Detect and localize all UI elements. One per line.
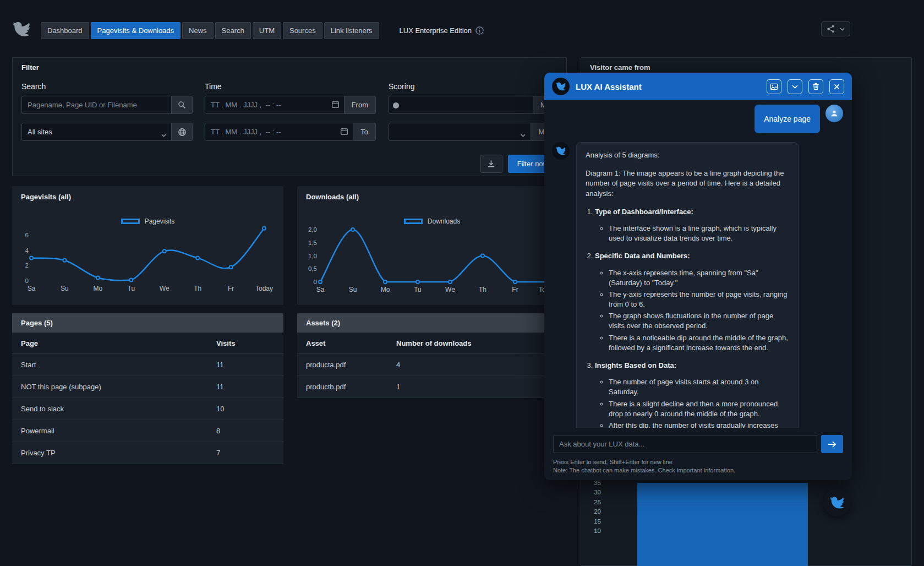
ai-assistant-title: LUX AI Assistant xyxy=(576,82,761,91)
chevron-down-icon xyxy=(161,130,166,139)
download-csv-button[interactable] xyxy=(480,155,502,173)
svg-text:Su: Su xyxy=(349,286,357,293)
chat-input[interactable] xyxy=(553,435,817,453)
tab-dashboard[interactable]: Dashboard xyxy=(41,22,89,39)
screenshot-icon xyxy=(770,83,778,91)
globe-icon xyxy=(178,128,187,137)
trash-icon xyxy=(812,83,819,90)
legend-label: Downloads xyxy=(428,217,460,225)
edition-label: LUX Enterprise Edition xyxy=(400,26,484,35)
page-cell: Privacy TP xyxy=(12,442,216,464)
bar-chart-ytick: 20 xyxy=(586,508,601,515)
bar-chart-ytick: 10 xyxy=(586,527,601,534)
tab-sources[interactable]: Sources xyxy=(283,22,322,39)
info-icon[interactable] xyxy=(475,26,484,35)
scoring-min-slider[interactable] xyxy=(389,96,533,114)
ai-assistant-header: LUX AI Assistant xyxy=(544,73,852,100)
column-header: Page xyxy=(12,333,216,353)
table-row[interactable]: Start 11 xyxy=(12,354,283,376)
message-bullet: The number of page visits starts at arou… xyxy=(609,377,789,397)
site-select[interactable]: All sites xyxy=(21,123,172,141)
svg-text:Tu: Tu xyxy=(414,286,422,293)
svg-text:6: 6 xyxy=(25,232,29,238)
download-icon xyxy=(487,160,495,168)
svg-text:Today: Today xyxy=(255,285,273,292)
svg-text:2: 2 xyxy=(25,262,29,269)
downloads-legend[interactable]: Downloads xyxy=(297,217,567,225)
send-button[interactable] xyxy=(821,435,843,453)
pages-table-title: Pages (5) xyxy=(12,313,283,333)
column-header: Asset xyxy=(297,333,396,353)
filter-panel: Filter Search All sites xyxy=(12,57,567,176)
section-title: Specific Data and Numbers: xyxy=(595,252,690,260)
svg-text:Su: Su xyxy=(61,285,69,292)
column-header: Visits xyxy=(216,333,283,353)
search-input[interactable] xyxy=(21,96,172,114)
tab-link-listeners[interactable]: Link listeners xyxy=(324,22,379,39)
pagevisits-legend[interactable]: Pagevisits xyxy=(12,217,283,225)
chevron-down-icon xyxy=(792,85,798,89)
minimize-button[interactable] xyxy=(788,79,802,94)
chat-messages[interactable]: Analyze page Analysis of 5 diagrams: Dia… xyxy=(544,100,852,428)
date-from-input[interactable] xyxy=(205,96,345,114)
message-section: Insights Based on Data: The number of pa… xyxy=(595,361,789,428)
pagevisits-chart-title: Pagevisits (all) xyxy=(21,193,71,201)
svg-text:0: 0 xyxy=(314,279,317,285)
search-label: Search xyxy=(21,82,193,91)
pagevisits-chart-card: Pagevisits (all) Pagevisits 0246SaSuMoTu… xyxy=(12,186,283,305)
scoring-max-select[interactable] xyxy=(389,123,531,141)
asset-cell: producta.pdf xyxy=(297,354,396,375)
legend-marker xyxy=(404,219,423,224)
user-message-row: Analyze page xyxy=(552,105,843,133)
table-row[interactable]: Privacy TP 7 xyxy=(12,442,283,464)
table-row[interactable]: producta.pdf 4 xyxy=(297,354,567,376)
edition-text: LUX Enterprise Edition xyxy=(400,26,472,35)
message-bullet: After this dip, the number of visits gra… xyxy=(609,421,789,428)
downloads-chart-title: Downloads (all) xyxy=(306,193,359,201)
share-dropdown-button[interactable] xyxy=(821,21,850,36)
mistake-note: Note: The chatbot can make mistakes. Che… xyxy=(553,467,843,474)
legend-label: Pagevisits xyxy=(145,217,175,225)
site-select-value: All sites xyxy=(28,128,52,136)
section-title: Type of Dashboard/Interface: xyxy=(595,208,693,216)
tab-pagevisits-downloads[interactable]: Pagevisits & Downloads xyxy=(91,22,181,39)
message-bullet: There is a slight decline and then a mor… xyxy=(609,399,789,419)
table-row[interactable]: productb.pdf 1 xyxy=(297,376,567,398)
site-globe-button[interactable] xyxy=(171,123,193,141)
table-row[interactable]: Powermail 8 xyxy=(12,420,283,442)
svg-text:Sa: Sa xyxy=(316,286,325,293)
search-button[interactable] xyxy=(171,96,193,114)
svg-text:4: 4 xyxy=(25,247,29,254)
tab-utm[interactable]: UTM xyxy=(253,22,281,39)
visits-cell: 8 xyxy=(216,420,283,442)
pages-table-header: Page Visits xyxy=(12,333,283,354)
message-bullet: The x-axis represents time, spanning fro… xyxy=(609,268,789,288)
assistant-launcher-button[interactable] xyxy=(823,489,851,516)
bar-chart-ytick: 30 xyxy=(586,489,601,496)
chevron-down-icon xyxy=(840,28,845,31)
table-row[interactable]: Send to slack 10 xyxy=(12,398,283,420)
tab-search[interactable]: Search xyxy=(215,22,251,39)
scoring-label: Scoring xyxy=(389,82,560,91)
page-cell: Start xyxy=(12,354,216,375)
date-to-input[interactable] xyxy=(205,123,353,141)
table-row[interactable]: NOT this page (subpage) 11 xyxy=(12,376,283,398)
assets-table-header: Asset Number of downloads xyxy=(297,333,567,354)
svg-text:Fr: Fr xyxy=(228,285,234,292)
column-header: Number of downloads xyxy=(396,333,567,353)
assets-table: Assets (2) Asset Number of downloads pro… xyxy=(297,313,567,398)
visits-cell: 10 xyxy=(216,398,283,420)
message-section: Specific Data and Numbers: The x-axis re… xyxy=(595,251,789,353)
clear-chat-button[interactable] xyxy=(808,79,823,94)
pages-table: Pages (5) Page Visits Start 11 NOT this … xyxy=(12,313,283,464)
message-paragraph: Diagram 1: The image appears to be a lin… xyxy=(586,168,789,199)
pagevisits-chart-svg: 0246SaSuMoTuWeThFrToday xyxy=(14,226,278,298)
lux-bird-icon xyxy=(552,78,570,95)
tab-news[interactable]: News xyxy=(182,22,214,39)
downloads-chart-svg: 00,51,01,52,0SaSuMoTuWeThFrToday xyxy=(299,227,564,298)
slider-handle[interactable] xyxy=(393,102,399,108)
svg-text:We: We xyxy=(160,285,170,292)
close-button[interactable] xyxy=(829,79,844,94)
to-addon: To xyxy=(353,123,376,141)
screenshot-button[interactable] xyxy=(767,79,781,94)
